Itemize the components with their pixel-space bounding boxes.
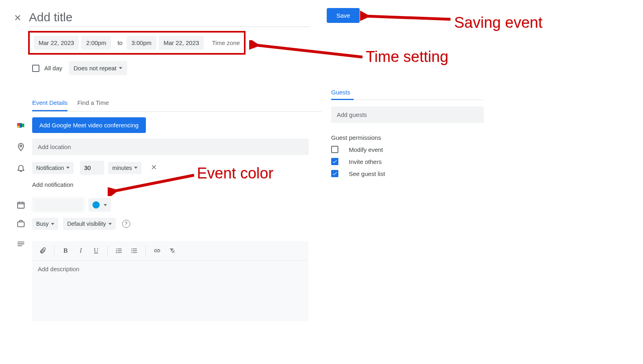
repeat-dropdown[interactable]: Does not repeat xyxy=(69,61,127,75)
time-setting-row: Mar 22, 2023 2:00pm to 3:00pm Mar 22, 20… xyxy=(28,31,246,55)
remove-notification-button[interactable] xyxy=(148,161,160,175)
numbered-list-icon xyxy=(115,247,123,254)
meet-icon xyxy=(16,121,25,130)
clear-formatting-button[interactable] xyxy=(166,244,179,257)
close-icon xyxy=(150,164,158,171)
see-guest-list-label: See guest list xyxy=(349,170,385,177)
add-meet-button[interactable]: Add Google Meet video conferencing xyxy=(32,117,146,133)
all-day-checkbox[interactable] xyxy=(32,65,39,72)
description-icon xyxy=(16,239,25,248)
tab-guests[interactable]: Guests xyxy=(331,85,484,100)
svg-point-4 xyxy=(20,145,22,147)
clear-format-icon xyxy=(169,247,176,254)
description-box: B I U xyxy=(32,241,309,321)
bulleted-list-button[interactable] xyxy=(128,244,141,257)
svg-rect-5 xyxy=(18,202,25,209)
svg-rect-2 xyxy=(17,123,20,125)
briefcase-icon xyxy=(16,219,25,228)
add-guests-input[interactable] xyxy=(331,106,484,123)
notification-type-label: Notification xyxy=(36,165,64,171)
see-guest-list-checkbox[interactable] xyxy=(331,170,338,177)
availability-dropdown[interactable]: Busy xyxy=(32,218,58,230)
repeat-label: Does not repeat xyxy=(74,65,117,72)
visibility-label: Default visibility xyxy=(67,221,106,227)
help-icon[interactable]: ? xyxy=(122,220,130,228)
event-title-input[interactable] xyxy=(29,8,310,27)
chevron-down-icon xyxy=(134,167,137,169)
chevron-down-icon xyxy=(119,67,122,69)
chevron-down-icon xyxy=(109,223,112,225)
all-day-label: All day xyxy=(44,65,62,72)
svg-rect-3 xyxy=(17,125,20,127)
notification-unit-dropdown[interactable]: minutes xyxy=(108,162,141,174)
tab-find-a-time[interactable]: Find a Time xyxy=(77,95,109,111)
close-icon xyxy=(13,13,22,22)
invite-others-label: Invite others xyxy=(349,158,382,165)
bold-button[interactable]: B xyxy=(59,244,72,257)
calendar-icon xyxy=(16,200,25,209)
invite-others-checkbox[interactable] xyxy=(331,158,338,165)
notification-type-dropdown[interactable]: Notification xyxy=(32,162,74,174)
end-date-chip[interactable]: Mar 22, 2023 xyxy=(159,36,204,50)
chevron-down-icon xyxy=(51,223,54,225)
underline-button[interactable]: U xyxy=(90,244,102,257)
close-button[interactable] xyxy=(10,10,26,26)
guest-permissions-title: Guest permissions xyxy=(331,134,484,141)
calendar-name-blurred[interactable] xyxy=(32,198,84,212)
add-notification-link[interactable]: Add notification xyxy=(32,181,322,188)
location-input[interactable] xyxy=(32,139,309,155)
link-button[interactable] xyxy=(151,244,164,257)
timezone-link[interactable]: Time zone xyxy=(212,39,240,46)
start-date-chip[interactable]: Mar 22, 2023 xyxy=(34,36,79,50)
notification-value-input[interactable] xyxy=(80,161,104,175)
tab-event-details[interactable]: Event Details xyxy=(32,95,68,111)
save-button[interactable]: Save xyxy=(327,8,360,23)
toolbar-separator xyxy=(54,246,54,256)
start-time-chip[interactable]: 2:00pm xyxy=(81,36,111,50)
end-time-chip[interactable]: 3:00pm xyxy=(127,36,156,50)
availability-label: Busy xyxy=(36,221,49,227)
event-color-dropdown[interactable] xyxy=(88,198,111,212)
color-swatch-icon xyxy=(92,201,100,209)
chevron-down-icon xyxy=(104,204,107,206)
bulleted-list-icon xyxy=(131,247,138,254)
numbered-list-button[interactable] xyxy=(113,244,125,257)
link-icon xyxy=(154,247,161,254)
attachment-button[interactable] xyxy=(36,244,49,257)
toolbar-separator xyxy=(107,246,108,256)
chevron-down-icon xyxy=(66,167,70,169)
modify-event-label: Modify event xyxy=(349,146,383,153)
notification-unit-label: minutes xyxy=(112,165,132,171)
location-icon xyxy=(16,143,25,151)
toolbar-separator xyxy=(145,246,146,256)
description-toolbar: B I U xyxy=(32,241,309,261)
paperclip-icon xyxy=(39,247,46,254)
italic-button[interactable]: I xyxy=(74,244,87,257)
to-label: to xyxy=(117,39,123,46)
bell-icon xyxy=(16,164,25,172)
visibility-dropdown[interactable]: Default visibility xyxy=(63,218,115,230)
description-textarea[interactable]: Add description xyxy=(32,261,309,321)
svg-rect-6 xyxy=(18,222,25,227)
modify-event-checkbox[interactable] xyxy=(331,146,338,153)
